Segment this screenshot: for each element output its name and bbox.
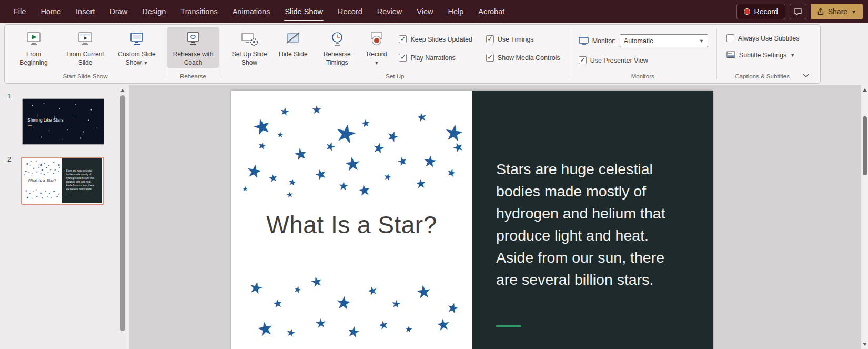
star-shape: ★ bbox=[47, 172, 49, 173]
menu-review[interactable]: Review bbox=[370, 0, 410, 23]
star-shape: ★ bbox=[404, 324, 413, 334]
slide-2-thumbnail[interactable]: ★★★★★★★★★★★★★★★★★★★★★★★★★★★★★★★★★★★★★★★★… bbox=[21, 157, 104, 205]
menu-record[interactable]: Record bbox=[330, 0, 370, 23]
set-up-slide-show-icon bbox=[240, 29, 258, 48]
menu-acrobat[interactable]: Acrobat bbox=[471, 0, 512, 23]
star-shape: ★ bbox=[40, 173, 42, 175]
rehearse-with-coach-label: Rehearse with Coach bbox=[173, 51, 214, 66]
titlebar: File Home Insert Draw Design Transitions… bbox=[0, 0, 868, 23]
collapse-ribbon-button[interactable] bbox=[799, 72, 813, 79]
star-shape: ★ bbox=[382, 172, 392, 182]
star-shape: ★ bbox=[343, 154, 362, 174]
star-shape: ★ bbox=[396, 155, 409, 168]
slide-right-panel: Stars are huge celestial bodies made mos… bbox=[472, 91, 713, 349]
rehearse-with-coach-button[interactable]: Rehearse with Coach bbox=[167, 27, 219, 68]
subtitle-settings-button[interactable]: Subtitle Settings ▼ bbox=[726, 51, 800, 59]
share-label: Share bbox=[828, 7, 847, 16]
menu-slide-show[interactable]: Slide Show bbox=[277, 0, 330, 23]
star-shape: ★ bbox=[446, 166, 458, 179]
slide-title-textbox[interactable]: What Is a Star? bbox=[22, 178, 62, 183]
ribbon: From Beginning From Curre bbox=[0, 23, 868, 85]
star-shape: ★ bbox=[25, 189, 27, 192]
checkbox-play-narrations[interactable]: Play Narrations bbox=[399, 54, 472, 62]
slide-2-thumbnail-viewport: ★★★★★★★★★★★★★★★★★★★★★★★★★★★★★★★★★★★★★★★★… bbox=[22, 158, 102, 203]
chevron-down-icon: ▼ bbox=[699, 38, 704, 44]
set-up-slide-show-label: Set Up Slide Show bbox=[232, 51, 267, 66]
menu-design[interactable]: Design bbox=[135, 0, 173, 23]
from-current-slide-button[interactable]: From Current Slide bbox=[59, 27, 111, 68]
monitor-label: Monitor: bbox=[592, 37, 616, 45]
menu-draw[interactable]: Draw bbox=[102, 0, 135, 23]
scrollbar-thumb[interactable] bbox=[863, 116, 867, 175]
checkbox-always-use-subtitles[interactable]: Always Use Subtitles bbox=[726, 34, 800, 42]
group-label-rehearse: Rehearse bbox=[165, 72, 221, 83]
checkbox-use-presenter-view[interactable]: Use Presenter View bbox=[579, 56, 708, 64]
from-beginning-button[interactable]: From Beginning bbox=[8, 27, 59, 68]
comment-bubble-icon bbox=[794, 8, 802, 16]
star-shape: ★ bbox=[286, 190, 294, 199]
comments-button[interactable] bbox=[790, 4, 806, 19]
star-shape: ★ bbox=[53, 190, 56, 193]
menu-home[interactable]: Home bbox=[33, 0, 68, 23]
star-shape: ★ bbox=[24, 169, 27, 173]
from-beginning-icon bbox=[25, 29, 42, 48]
star-shape: ★ bbox=[309, 274, 324, 290]
monitor-dropdown[interactable]: Automatic ▼ bbox=[620, 34, 708, 47]
star-dots bbox=[23, 99, 23, 99]
titlebar-record-button[interactable]: Record bbox=[736, 4, 785, 19]
checkbox-icon bbox=[486, 35, 494, 43]
star-shape: ★ bbox=[272, 297, 284, 311]
chevron-down-icon bbox=[802, 73, 810, 78]
group-label-monitors: Monitors bbox=[569, 72, 716, 83]
slide-1-thumbnail[interactable]: Shining Like Stars bbox=[22, 98, 104, 145]
menu-transitions[interactable]: Transitions bbox=[173, 0, 225, 23]
ribbon-group-captions-subtitles: Always Use Subtitles Subtitle Settings ▼ bbox=[717, 25, 808, 83]
rehearse-timings-label: Rehearse Timings bbox=[324, 51, 351, 66]
slide-editor[interactable]: ★★★★★★★★★★★★★★★★★★★★★★★★★★★★★★★★★★★★★★★★… bbox=[231, 91, 713, 349]
body-line: produce light and heat. bbox=[496, 224, 701, 246]
menu-insert[interactable]: Insert bbox=[68, 0, 102, 23]
checkbox-label: Play Narrations bbox=[410, 54, 455, 62]
star-shape: ★ bbox=[25, 162, 29, 166]
set-up-slide-show-button[interactable]: Set Up Slide Show bbox=[224, 27, 275, 68]
checkbox-keep-slides-updated[interactable]: Keep Slides Updated bbox=[399, 35, 472, 43]
menu-help[interactable]: Help bbox=[440, 0, 471, 23]
star-shape: ★ bbox=[36, 171, 38, 173]
star-shape: ★ bbox=[292, 145, 309, 163]
body-line: are several billion stars. bbox=[496, 268, 701, 291]
star-shape: ★ bbox=[338, 180, 349, 192]
slide-thumbnail-panel: 1 Shining Like Stars 2 ★★★★★★★★★★★★★★★★★… bbox=[0, 85, 129, 349]
star-shape: ★ bbox=[451, 139, 466, 155]
star-shape: ★ bbox=[385, 128, 401, 145]
body-line: bodies made mostly of bbox=[496, 180, 701, 202]
record-ribbon-button[interactable]: Record ▼ bbox=[363, 27, 391, 67]
star-shape: ★ bbox=[41, 168, 44, 172]
slide-title-textbox[interactable]: What Is a Star? bbox=[231, 211, 472, 239]
custom-slide-show-label: Custom Slide Show bbox=[118, 51, 155, 66]
scrollbar-thumb[interactable] bbox=[120, 95, 125, 331]
scroll-down-arrow[interactable] bbox=[863, 343, 867, 346]
menu-file[interactable]: File bbox=[6, 0, 33, 23]
star-shape: ★ bbox=[54, 168, 56, 171]
menu-animations[interactable]: Animations bbox=[225, 0, 278, 23]
star-shape: ★ bbox=[53, 161, 55, 163]
checkbox-use-timings[interactable]: Use Timings bbox=[486, 35, 560, 43]
star-shape: ★ bbox=[242, 185, 248, 192]
share-button[interactable]: Share ▼ bbox=[811, 4, 863, 19]
menu-view[interactable]: View bbox=[409, 0, 440, 23]
hide-slide-button[interactable]: Hide Slide bbox=[275, 27, 311, 59]
checkbox-label: Use Presenter View bbox=[590, 57, 648, 64]
titlebar-record-label: Record bbox=[754, 7, 778, 16]
scroll-up-arrow[interactable] bbox=[120, 89, 125, 92]
custom-slide-show-button[interactable]: Custom Slide Show ▼ bbox=[111, 27, 163, 68]
scroll-up-arrow[interactable] bbox=[863, 88, 867, 92]
star-shape: ★ bbox=[285, 326, 297, 338]
slide-body-textbox[interactable]: Stars are huge celestial bodies made mos… bbox=[66, 169, 100, 191]
slide-body-textbox[interactable]: Stars are huge celestial bodies made mos… bbox=[496, 158, 701, 291]
rehearse-timings-button[interactable]: Rehearse Timings bbox=[311, 27, 363, 68]
share-icon bbox=[817, 8, 824, 15]
star-shape: ★ bbox=[26, 166, 28, 168]
checkbox-show-media-controls[interactable]: Show Media Controls bbox=[486, 54, 560, 62]
body-line: produce light and heat. bbox=[66, 180, 100, 184]
checkbox-icon bbox=[486, 54, 494, 62]
